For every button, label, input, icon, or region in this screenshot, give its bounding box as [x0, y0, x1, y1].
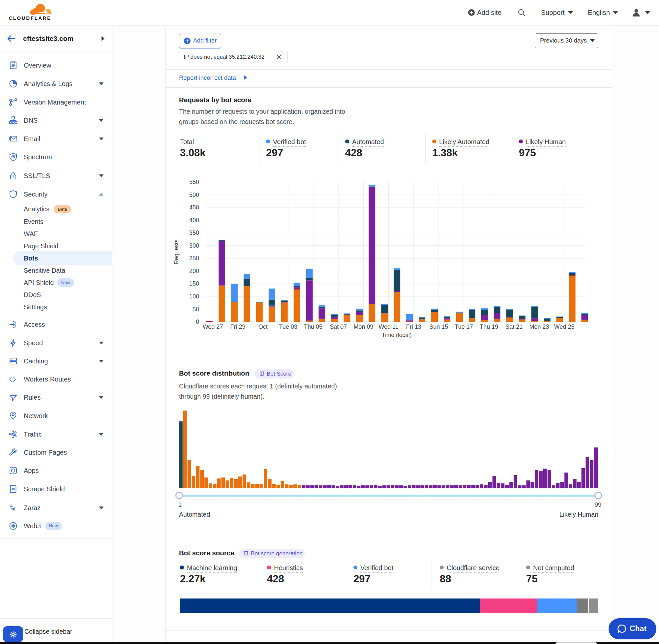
svg-text:Requests: Requests — [173, 239, 180, 264]
svg-text:200: 200 — [189, 268, 199, 274]
svg-text:550: 550 — [189, 179, 199, 185]
svg-text:Wed 11: Wed 11 — [378, 323, 398, 330]
svg-text:250: 250 — [189, 255, 199, 261]
svg-text:0: 0 — [196, 319, 199, 325]
svg-text:Wed 27: Wed 27 — [203, 323, 223, 330]
svg-text:Oct: Oct — [258, 323, 268, 330]
svg-text:300: 300 — [189, 243, 199, 249]
svg-text:350: 350 — [189, 230, 199, 236]
svg-text:Fri 29: Fri 29 — [231, 323, 245, 330]
svg-text:450: 450 — [189, 204, 199, 211]
svg-text:Wed 25: Wed 25 — [554, 323, 574, 330]
svg-text:150: 150 — [189, 280, 199, 287]
svg-text:100: 100 — [189, 293, 199, 300]
svg-text:Sat 07: Sat 07 — [330, 323, 347, 330]
svg-text:Thu 19: Thu 19 — [480, 323, 498, 330]
svg-text:Thu 05: Thu 05 — [304, 323, 323, 330]
svg-text:500: 500 — [189, 191, 199, 198]
svg-text:Sun 15: Sun 15 — [429, 323, 448, 330]
svg-text:400: 400 — [189, 217, 199, 224]
svg-text:Tue 03: Tue 03 — [279, 323, 297, 330]
svg-text:Mon 23: Mon 23 — [529, 323, 549, 330]
svg-text:Tue 17: Tue 17 — [455, 323, 473, 330]
svg-text:Fri 13: Fri 13 — [406, 323, 421, 330]
svg-text:Sat 21: Sat 21 — [505, 323, 522, 330]
svg-text:Mon 09: Mon 09 — [353, 323, 373, 330]
svg-text:50: 50 — [192, 306, 199, 313]
